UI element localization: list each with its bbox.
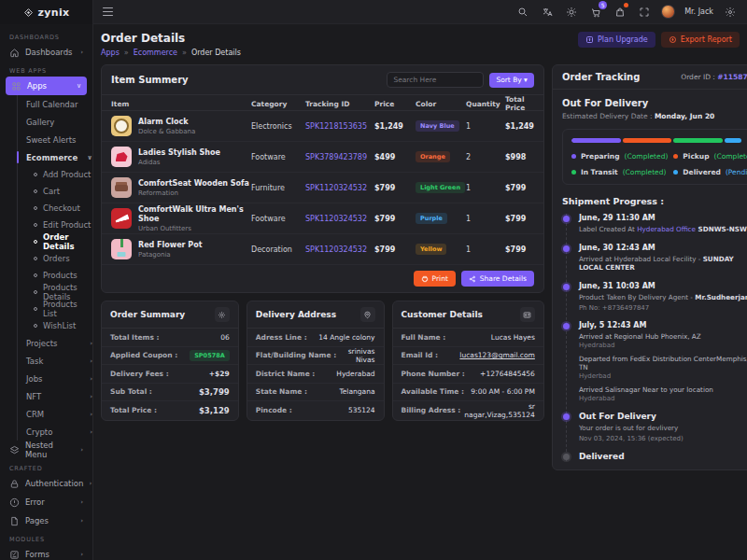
sidebar-subitem[interactable]: Checkout: [34, 200, 92, 217]
sidebar-section-crafted: CRAFTED: [0, 459, 92, 474]
sidebar-subitem[interactable]: Jobs›: [26, 370, 92, 387]
sidebar-item-authentication[interactable]: Authentication›: [0, 474, 92, 493]
items-table: Item Category Tracking ID Price Color Qu…: [102, 95, 543, 265]
plan-upgrade-button[interactable]: Plan Upgrade: [578, 32, 655, 48]
sidebar-subitem[interactable]: Orders: [34, 250, 92, 267]
sidebar-item-apps[interactable]: Apps∨: [6, 77, 87, 95]
apps-submenu-bottom: Projects›Task›Jobs›NFT›CRM›Crypto›: [26, 334, 92, 441]
sidebar-subitem[interactable]: Gallery: [26, 113, 92, 131]
item-summary-title: Item Summery: [111, 75, 189, 85]
product-image: [111, 239, 132, 259]
print-button[interactable]: Print: [414, 271, 456, 287]
sidebar-subitem[interactable]: Task›: [26, 352, 92, 370]
table-row: ComfortSeat Wooden Sofa Reformation Furn…: [102, 173, 543, 203]
product-brand: Reformation: [138, 189, 249, 197]
sidebar-subitem[interactable]: CRM›: [26, 405, 92, 423]
bullet-icon: [34, 223, 37, 227]
sidebar-subitem[interactable]: Add Product: [34, 166, 92, 183]
product-price: $799: [374, 215, 416, 223]
export-icon: [669, 35, 677, 44]
sidebar-subitem[interactable]: Products Details: [34, 284, 92, 301]
translate-icon[interactable]: [540, 5, 555, 20]
sidebar-subitem[interactable]: Crypto›: [26, 423, 92, 441]
estimated-delivery-date: Estimated Delivery Date : Monday, Jun 20: [562, 112, 747, 120]
progress-bar: [571, 138, 743, 143]
timeline-dot: [563, 454, 570, 460]
chevron-right-icon: ›: [90, 428, 92, 436]
tracking-id-link[interactable]: SPK1218153635: [305, 122, 374, 131]
export-report-button[interactable]: Export Report: [661, 32, 740, 48]
shopping-bag-icon[interactable]: [613, 5, 627, 20]
tracking-id-link[interactable]: SPK1120324532: [305, 215, 374, 223]
theme-toggle-icon[interactable]: [564, 5, 579, 20]
sidebar-subitem[interactable]: Full Calendar: [26, 95, 92, 113]
address-row: Pincode :535124: [247, 401, 384, 420]
product-category: Electronics: [251, 122, 305, 131]
sidebar-section-dashboards: DASHBOARDS: [0, 28, 92, 43]
office-link[interactable]: Hyderabad Office: [637, 225, 696, 233]
legend-item: Pickup(Completed): [673, 152, 747, 161]
sidebar-item-dashboards[interactable]: Dashboards›: [0, 43, 92, 62]
sidebar-item-forms[interactable]: Forms›: [0, 545, 92, 560]
id-card-icon[interactable]: [520, 307, 535, 322]
user-avatar[interactable]: [661, 5, 675, 19]
timeline-dot: [563, 413, 570, 420]
breadcrumb-ecommerce[interactable]: Ecommerce: [134, 49, 177, 57]
timeline-item: Delivered: [579, 452, 747, 461]
gear-icon[interactable]: [215, 307, 230, 322]
product-category: Furniture: [251, 184, 305, 192]
product-category: Decoration: [251, 245, 305, 254]
sidebar-subitem[interactable]: Projects›: [26, 334, 92, 352]
table-header-row: Item Category Tracking ID Price Color Qu…: [102, 95, 543, 111]
location-pin-icon[interactable]: [360, 307, 375, 322]
ecommerce-submenu: Add Product Cart Checkout Edit Product: [26, 166, 92, 334]
legend-dot: [673, 170, 678, 175]
sidebar-subitem[interactable]: Edit Product: [34, 217, 92, 233]
customer-email-link[interactable]: lucas123@gmail.com: [459, 351, 535, 359]
tracking-id-link[interactable]: SPK1120324532: [305, 184, 374, 192]
table-row: Ladies Stylish Shoe Adidas Footware SPK3…: [102, 142, 543, 173]
fullscreen-icon[interactable]: [637, 5, 652, 20]
sidebar-toggle-icon[interactable]: [103, 7, 113, 16]
topbar: 5 Mr. Jack: [93, 0, 747, 24]
sidebar-subitem[interactable]: Products List: [34, 301, 92, 317]
search-input[interactable]: [387, 72, 484, 88]
sidebar-subitem[interactable]: Sweet Alerts: [26, 131, 92, 148]
sidebar-item-nested-menu[interactable]: Nested Menu›: [0, 441, 92, 459]
breadcrumb-apps[interactable]: Apps: [101, 49, 120, 57]
delivery-address-title: Delivery Address: [256, 310, 336, 319]
share-details-button[interactable]: Share Details: [461, 271, 534, 287]
sort-by-button[interactable]: Sort By ▾: [489, 73, 534, 88]
legend-dot: [571, 170, 576, 175]
bullet-icon: [34, 307, 37, 311]
sidebar-item-pages[interactable]: Pages›: [0, 511, 92, 530]
user-name: Mr. Jack: [684, 7, 713, 16]
search-icon[interactable]: [515, 5, 530, 20]
order-id-link[interactable]: #115876: [717, 73, 747, 81]
file-icon: [9, 516, 20, 526]
sidebar-item-error[interactable]: Error›: [0, 493, 92, 511]
sidebar-subitem[interactable]: WishList: [34, 317, 92, 334]
order-tracking-card: Order Tracking Order ID : #115876 Out Fo…: [552, 64, 747, 470]
total-items-value: 06: [220, 333, 230, 342]
tracking-id-link[interactable]: SPK1120324532: [305, 245, 374, 254]
timeline-dot: [563, 284, 570, 290]
product-total: $1,249: [505, 122, 534, 131]
brand-logo[interactable]: zynix: [0, 0, 93, 24]
settings-gear-icon[interactable]: [723, 5, 738, 20]
sidebar-subitem[interactable]: Cart: [34, 183, 92, 200]
alert-circle-icon: [9, 497, 20, 508]
sidebar-subitem[interactable]: NFT›: [26, 387, 92, 405]
lock-icon: [9, 479, 20, 489]
sidebar-subitem[interactable]: Products: [34, 267, 92, 284]
color-badge: Purple: [416, 213, 447, 224]
delivery-status-title: Out For Delivery: [562, 98, 747, 108]
legend-item: Preparing(Completed): [571, 152, 668, 161]
cart-icon[interactable]: 5: [588, 5, 603, 20]
sidebar-subitem-ecommerce[interactable]: Ecommerce∨: [26, 148, 92, 166]
sidebar-subitem[interactable]: Order Details: [34, 233, 92, 250]
product-price: $799: [374, 184, 416, 192]
order-tracking-title: Order Tracking: [562, 72, 640, 82]
legend-item: Delivered(Pending): [673, 168, 747, 176]
tracking-id-link[interactable]: SPK3789423789: [305, 153, 374, 161]
